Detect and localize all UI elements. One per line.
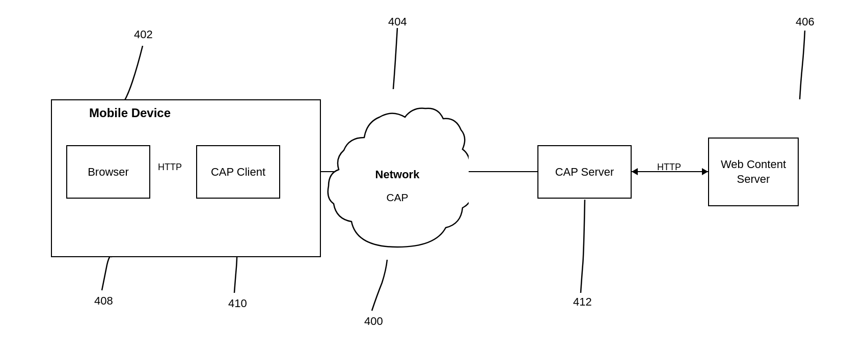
http-label-2: HTTP — [657, 162, 681, 173]
ref-404: 404 — [388, 15, 407, 29]
http-label-1: HTTP — [158, 162, 182, 173]
mobile-device-label: Mobile Device — [89, 106, 171, 120]
cap-server-box: CAP Server — [537, 145, 632, 199]
ref-412: 412 — [573, 295, 592, 309]
svg-text:Network: Network — [375, 168, 420, 181]
ref-410: 410 — [228, 297, 247, 310]
web-content-server-label: Web ContentServer — [721, 157, 786, 186]
ref-408: 408 — [94, 294, 113, 308]
web-content-server-box: Web ContentServer — [708, 138, 799, 206]
svg-text:CAP: CAP — [386, 191, 408, 203]
cap-client-box: CAP Client — [196, 145, 280, 199]
ref-402: 402 — [134, 28, 153, 41]
svg-marker-6 — [632, 168, 638, 175]
svg-marker-7 — [702, 168, 708, 175]
ref-406: 406 — [796, 15, 815, 29]
network-cloud: Network CAP — [326, 89, 469, 257]
browser-box: Browser — [66, 145, 150, 199]
diagram-container: 402 404 406 408 410 400 412 Mobile Devic… — [0, 0, 868, 356]
ref-400: 400 — [364, 315, 383, 328]
